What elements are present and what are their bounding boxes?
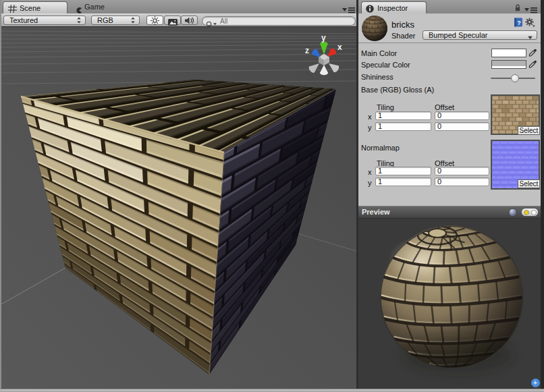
svg-text:y: y [321, 33, 326, 43]
svg-text:?: ? [517, 20, 521, 26]
svg-text:x: x [337, 43, 342, 52]
svg-text:z: z [305, 46, 309, 55]
